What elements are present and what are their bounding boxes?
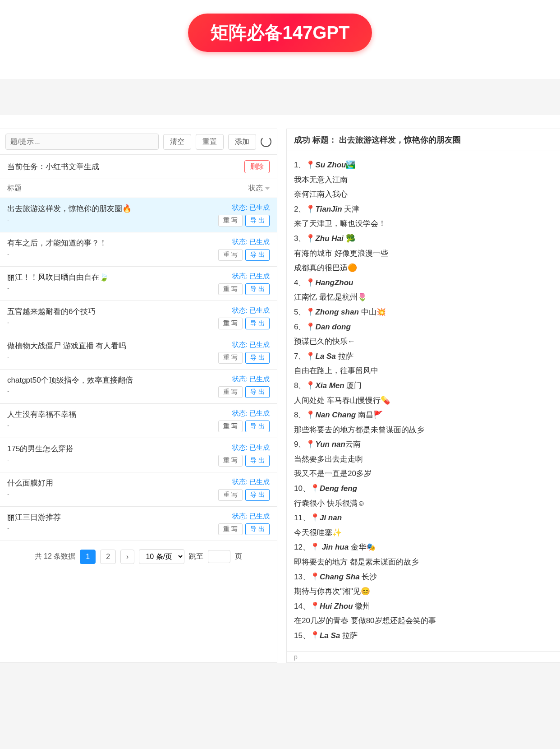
content-line: 成都真的很巴适🟠 bbox=[294, 261, 553, 275]
filter-icon bbox=[265, 187, 270, 190]
export-button[interactable]: 导 出 bbox=[245, 386, 270, 398]
rewrite-button[interactable]: 重 写 bbox=[218, 352, 243, 364]
item-title: 丽江三日游推荐 bbox=[7, 512, 61, 522]
item-status: 状态: 已生成 bbox=[211, 203, 270, 212]
content-line: 奈何江南入我心 bbox=[294, 188, 553, 202]
content-line: 14、📍Hui Zhou 徽州 bbox=[294, 600, 553, 614]
content-line: 13、📍Chang Sha 长沙 bbox=[294, 570, 553, 584]
export-button[interactable]: 导 出 bbox=[245, 523, 270, 535]
list-item[interactable]: 人生没有幸福不幸福 - 状态: 已生成 重 写 导 出 bbox=[0, 404, 277, 438]
delete-button[interactable]: 删除 bbox=[244, 160, 270, 173]
export-button[interactable]: 导 出 bbox=[245, 249, 270, 261]
content-line: 来了天津卫，嘛也没学会！ bbox=[294, 217, 553, 231]
content-line: 7、📍La Sa 拉萨 bbox=[294, 350, 553, 364]
rewrite-button[interactable]: 重 写 bbox=[218, 318, 243, 329]
export-button[interactable]: 导 出 bbox=[245, 318, 270, 329]
list-item[interactable]: 175的男生怎么穿搭 - 状态: 已生成 重 写 导 出 bbox=[0, 438, 277, 472]
item-sub: - bbox=[7, 216, 132, 223]
list-item[interactable]: 丽江！！风吹日晒自由自在🍃 - 状态: 已生成 重 写 导 出 bbox=[0, 267, 277, 301]
content-line: 预谋已久的快乐← bbox=[294, 335, 553, 349]
refresh-icon[interactable] bbox=[261, 136, 271, 147]
item-sub: - bbox=[7, 353, 126, 361]
export-button[interactable]: 导 出 bbox=[245, 283, 270, 295]
search-input[interactable] bbox=[5, 134, 159, 150]
list-item[interactable]: 出去旅游这样发，惊艳你的朋友圈🔥 - 状态: 已生成 重 写 导 出 bbox=[0, 198, 277, 232]
page-2-button[interactable]: 2 bbox=[100, 550, 116, 564]
header-status-filter[interactable]: 状态 bbox=[248, 184, 270, 193]
reset-button[interactable]: 重置 bbox=[196, 134, 224, 150]
list-item[interactable]: 五官越来越耐看的6个技巧 - 状态: 已生成 重 写 导 出 bbox=[0, 301, 277, 335]
content-line: 在20几岁的青春 要做80岁想还起会笑的事 bbox=[294, 614, 553, 628]
item-sub: - bbox=[7, 285, 109, 292]
export-button[interactable]: 导 出 bbox=[245, 421, 270, 432]
content-line: 8、📍Nan Chang 南昌🚩 bbox=[294, 408, 553, 422]
content-line: 12、📍 Jin hua 金华🎭 bbox=[294, 541, 553, 555]
current-task-row: 当前任务：小红书文章生成 删除 bbox=[0, 155, 277, 179]
content-line: 5、📍Zhong shan 中山💥 bbox=[294, 305, 553, 319]
list-item[interactable]: chatgpt50个顶级指令，效率直接翻倍 - 状态: 已生成 重 写 导 出 bbox=[0, 370, 277, 404]
rewrite-button[interactable]: 重 写 bbox=[218, 215, 243, 227]
content-line: 有海的城市 好像更浪漫一些 bbox=[294, 247, 553, 261]
page-suffix: 页 bbox=[235, 552, 242, 561]
content-line: 自由在路上，往事留风中 bbox=[294, 364, 553, 378]
task-prefix: 当前任务： bbox=[7, 162, 46, 171]
result-content: 1、📍Su Zhou🏞️我本无意入江南奈何江南入我心2、📍TianJin 天津来… bbox=[287, 151, 560, 652]
table-header: 标题 状态 bbox=[0, 179, 277, 198]
item-status: 状态: 已生成 bbox=[211, 512, 270, 521]
per-page-select[interactable]: 10 条/页 bbox=[139, 549, 184, 564]
item-status: 状态: 已生成 bbox=[211, 409, 270, 418]
list-item[interactable]: 丽江三日游推荐 - 状态: 已生成 重 写 导 出 bbox=[0, 507, 277, 541]
item-title: 做植物大战僵尸 游戏直播 有人看吗 bbox=[7, 341, 126, 351]
right-panel: 成功 标题： 出去旅游这样发，惊艳你的朋友圈 1、📍Su Zhou🏞️我本无意入… bbox=[286, 129, 560, 663]
item-title: 人生没有幸福不幸福 bbox=[7, 409, 76, 420]
content-line: 今天很哇塞✨ bbox=[294, 526, 553, 540]
item-title: 丽江！！风吹日晒自由自在🍃 bbox=[7, 272, 109, 282]
content-line: 2、📍TianJin 天津 bbox=[294, 203, 553, 217]
rewrite-button[interactable]: 重 写 bbox=[218, 386, 243, 398]
item-title: 五官越来越耐看的6个技巧 bbox=[7, 306, 96, 317]
item-sub: - bbox=[7, 319, 96, 326]
content-line: 行囊很小 快乐很满☺ bbox=[294, 497, 553, 511]
item-title: 什么面膜好用 bbox=[7, 478, 53, 488]
item-status: 状态: 已生成 bbox=[211, 238, 270, 246]
content-line: 我本无意入江南 bbox=[294, 173, 553, 187]
rewrite-button[interactable]: 重 写 bbox=[218, 489, 243, 501]
rewrite-button[interactable]: 重 写 bbox=[218, 421, 243, 432]
rewrite-button[interactable]: 重 写 bbox=[218, 523, 243, 535]
item-sub: - bbox=[7, 250, 107, 258]
item-title: chatgpt50个顶级指令，效率直接翻倍 bbox=[7, 375, 133, 385]
add-button[interactable]: 添加 bbox=[228, 134, 256, 150]
list-item[interactable]: 有车之后，才能知道的事？！ - 状态: 已生成 重 写 导 出 bbox=[0, 232, 277, 267]
item-sub: - bbox=[7, 456, 73, 463]
content-line: 3、📍Zhu Hai 🥦 bbox=[294, 232, 553, 246]
rewrite-button[interactable]: 重 写 bbox=[218, 249, 243, 261]
rewrite-button[interactable]: 重 写 bbox=[218, 283, 243, 295]
toolbar: 清空 重置 添加 bbox=[0, 129, 277, 155]
content-line: 1、📍Su Zhou🏞️ bbox=[294, 158, 553, 172]
list-item[interactable]: 做植物大战僵尸 游戏直播 有人看吗 - 状态: 已生成 重 写 导 出 bbox=[0, 335, 277, 370]
export-button[interactable]: 导 出 bbox=[245, 352, 270, 364]
left-panel: 清空 重置 添加 当前任务：小红书文章生成 删除 标题 状态 出去旅游这样发，惊… bbox=[0, 129, 277, 663]
item-sub: - bbox=[7, 422, 76, 429]
task-name: 小红书文章生成 bbox=[46, 162, 99, 171]
export-button[interactable]: 导 出 bbox=[245, 455, 270, 467]
content-line: 6、📍Dan dong bbox=[294, 320, 553, 334]
next-page-button[interactable]: › bbox=[120, 550, 134, 564]
result-header: 成功 标题： 出去旅游这样发，惊艳你的朋友圈 bbox=[287, 129, 560, 151]
content-line: 11、📍Ji nan bbox=[294, 511, 553, 525]
clear-button[interactable]: 清空 bbox=[163, 134, 191, 150]
item-status: 状态: 已生成 bbox=[211, 272, 270, 281]
export-button[interactable]: 导 出 bbox=[245, 489, 270, 501]
item-title: 出去旅游这样发，惊艳你的朋友圈🔥 bbox=[7, 203, 132, 214]
item-status: 状态: 已生成 bbox=[211, 306, 270, 315]
list-item[interactable]: 什么面膜好用 - 状态: 已生成 重 写 导 出 bbox=[0, 472, 277, 507]
item-sub: - bbox=[7, 490, 53, 498]
item-title: 有车之后，才能知道的事？！ bbox=[7, 238, 107, 248]
content-line: 当然要多出去走走啊 bbox=[294, 453, 553, 467]
pagination: 共 12 条数据 1 2 › 10 条/页 跳至 页 bbox=[0, 541, 277, 572]
export-button[interactable]: 导 出 bbox=[245, 215, 270, 227]
jump-page-input[interactable] bbox=[208, 550, 230, 563]
rewrite-button[interactable]: 重 写 bbox=[218, 455, 243, 467]
header-status-label: 状态 bbox=[248, 184, 263, 193]
page-1-button[interactable]: 1 bbox=[80, 550, 96, 564]
